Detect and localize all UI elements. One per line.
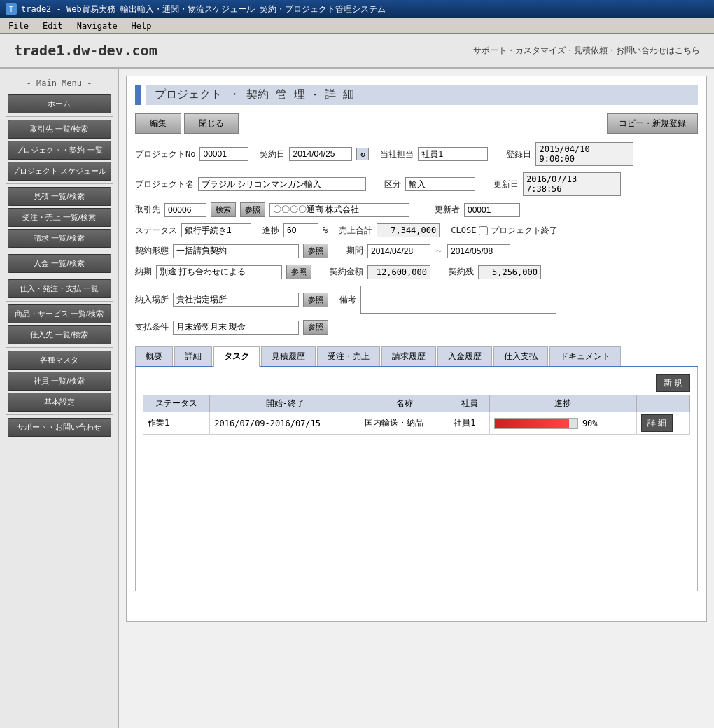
project-name-input[interactable] bbox=[198, 177, 366, 191]
menu-edit[interactable]: Edit bbox=[37, 20, 69, 32]
menu-navigate[interactable]: Navigate bbox=[71, 20, 123, 32]
tab-overview[interactable]: 概要 bbox=[135, 346, 173, 366]
partner-name-input[interactable] bbox=[270, 203, 410, 217]
sidebar-item-employee-list[interactable]: 社員 一覧/検索 bbox=[8, 372, 111, 391]
form-row-6: 納期 参照 契約金額 12,600,000 契約残 5,256,000 bbox=[135, 265, 698, 279]
progress-input[interactable] bbox=[284, 223, 318, 237]
period-to-input[interactable] bbox=[447, 244, 510, 258]
task-status: 作業1 bbox=[144, 412, 210, 435]
delivery-ref-button[interactable]: 参照 bbox=[286, 265, 312, 279]
sidebar-main-menu-label: - Main Menu - bbox=[0, 74, 118, 92]
project-no-input[interactable] bbox=[200, 147, 248, 161]
sidebar-item-sales-list[interactable]: 受注・売上 一覧/検索 bbox=[8, 208, 111, 227]
person-in-charge-input[interactable] bbox=[418, 147, 488, 161]
sidebar-item-invoice-list[interactable]: 請求 一覧/検索 bbox=[8, 229, 111, 248]
delivery-location-label: 納入場所 bbox=[135, 294, 169, 306]
contract-balance-value: 5,256,000 bbox=[478, 265, 541, 279]
contract-date-input[interactable] bbox=[289, 147, 352, 161]
delivery-location-ref-button[interactable]: 参照 bbox=[303, 293, 328, 307]
content-area: プロジェクト ・ 契約 管 理 - 詳 細 編集 閉じる コピー・新規登録 プロ… bbox=[119, 69, 714, 728]
form-row-2: プロジェクト名 区分 更新日 2016/07/13 7:38:56 bbox=[135, 172, 698, 196]
tab-payment-history[interactable]: 入金履歴 bbox=[438, 346, 492, 366]
sidebar-item-product-list[interactable]: 商品・サービス 一覧/検索 bbox=[8, 304, 111, 323]
contract-balance-label: 契約残 bbox=[449, 266, 474, 278]
remarks-label: 備考 bbox=[340, 294, 356, 306]
close-checkbox[interactable] bbox=[479, 226, 488, 235]
tab-sales[interactable]: 受注・売上 bbox=[317, 346, 380, 366]
tab-purchase-payment[interactable]: 仕入支払 bbox=[493, 346, 548, 366]
partner-ref-button[interactable]: 参照 bbox=[240, 202, 265, 217]
status-input[interactable] bbox=[181, 223, 251, 237]
form-row-5: 契約形態 参照 期間 ～ bbox=[135, 244, 698, 258]
sidebar-item-payment-list[interactable]: 入金 一覧/検索 bbox=[8, 254, 111, 273]
col-progress: 進捗 bbox=[489, 396, 636, 412]
category-input[interactable] bbox=[405, 177, 475, 191]
period-tilde: ～ bbox=[435, 245, 443, 257]
sidebar-item-master[interactable]: 各種マスタ bbox=[8, 351, 111, 370]
site-logo: trade1.dw-dev.com bbox=[14, 42, 158, 59]
col-period: 開始-終了 bbox=[210, 396, 360, 412]
close-area: CLOSE プロジェクト終了 bbox=[451, 225, 558, 237]
main-panel: プロジェクト ・ 契約 管 理 - 詳 細 編集 閉じる コピー・新規登録 プロ… bbox=[126, 76, 707, 622]
task-table-header: 新 規 bbox=[143, 374, 690, 392]
updater-input[interactable] bbox=[464, 203, 520, 217]
app-icon: T bbox=[6, 4, 17, 15]
delivery-input[interactable] bbox=[156, 265, 282, 279]
payment-terms-label: 支払条件 bbox=[135, 321, 169, 333]
close-panel-button[interactable]: 閉じる bbox=[184, 113, 239, 134]
menu-file[interactable]: File bbox=[3, 20, 34, 32]
sales-total-label: 売上合計 bbox=[339, 225, 372, 237]
sidebar-item-estimate-list[interactable]: 見積 一覧/検索 bbox=[8, 187, 111, 206]
form-row-7: 納入場所 参照 備考 bbox=[135, 286, 698, 314]
sidebar-item-home[interactable]: ホーム bbox=[8, 94, 111, 113]
period-from-input[interactable] bbox=[368, 244, 430, 258]
tab-task[interactable]: タスク bbox=[214, 346, 260, 368]
form-row-8: 支払条件 参照 bbox=[135, 320, 698, 335]
remarks-textarea[interactable] bbox=[360, 286, 556, 314]
sidebar-item-project-schedule[interactable]: プロジェクト スケジュール bbox=[8, 162, 111, 181]
sidebar-item-project-list[interactable]: プロジェクト・契約 一覧 bbox=[8, 141, 111, 160]
payment-terms-input[interactable] bbox=[173, 321, 299, 335]
period-label: 期間 bbox=[346, 245, 363, 257]
sidebar-item-purchase-list[interactable]: 仕入・発注・支払 一覧 bbox=[8, 279, 111, 298]
title-bar: T trade2 - Web貿易実務 輸出輸入・通関・物流スケジュール 契約・プ… bbox=[0, 0, 714, 18]
task-detail-button[interactable]: 詳 細 bbox=[641, 414, 673, 432]
sidebar-item-supplier-list[interactable]: 仕入先 一覧/検索 bbox=[8, 326, 111, 344]
progress-bar bbox=[495, 419, 569, 428]
sidebar-item-settings[interactable]: 基本設定 bbox=[8, 393, 111, 412]
update-date-label: 更新日 bbox=[493, 178, 519, 190]
panel-title-accent bbox=[135, 85, 141, 105]
table-row: 作業1 2016/07/09-2016/07/15 国内輸送・納品 社員1 bbox=[144, 412, 690, 435]
partner-search-button[interactable]: 検索 bbox=[211, 202, 236, 217]
sidebar-item-support[interactable]: サポート・お問い合わせ bbox=[8, 418, 111, 437]
contract-type-input[interactable] bbox=[173, 244, 299, 258]
delivery-location-input[interactable] bbox=[173, 293, 299, 307]
new-task-button[interactable]: 新 規 bbox=[656, 374, 690, 392]
main-layout: - Main Menu - ホーム 取引先 一覧/検索 プロジェクト・契約 一覧… bbox=[0, 69, 714, 728]
form-row-3: 取引先 検索 参照 更新者 bbox=[135, 202, 698, 217]
payment-terms-ref-button[interactable]: 参照 bbox=[303, 320, 328, 335]
project-no-label: プロジェクトNo bbox=[135, 148, 195, 160]
tab-document[interactable]: ドキュメント bbox=[550, 346, 621, 366]
sales-total-value: 7,344,000 bbox=[377, 223, 440, 237]
toolbar-left: 編集 閉じる bbox=[135, 113, 239, 134]
sidebar-item-customer-list[interactable]: 取引先 一覧/検索 bbox=[8, 120, 111, 139]
tab-invoice-history[interactable]: 請求履歴 bbox=[382, 346, 436, 366]
edit-button[interactable]: 編集 bbox=[135, 113, 181, 134]
copy-new-button[interactable]: コピー・新規登録 bbox=[607, 113, 698, 134]
support-link[interactable]: サポート・カスタマイズ・見積依頼・お問い合わせはこちら bbox=[473, 45, 700, 57]
header: trade1.dw-dev.com サポート・カスタマイズ・見積依頼・お問い合わ… bbox=[0, 34, 714, 69]
tab-detail[interactable]: 詳細 bbox=[174, 346, 212, 366]
menu-help[interactable]: Help bbox=[126, 20, 158, 32]
progress-percent: 90% bbox=[582, 419, 598, 428]
tab-estimate-history[interactable]: 見積履歴 bbox=[261, 346, 316, 366]
updater-label: 更新者 bbox=[435, 204, 460, 216]
contract-type-label: 契約形態 bbox=[135, 245, 169, 257]
task-employee: 社員1 bbox=[449, 412, 490, 435]
refresh-icon[interactable]: ↻ bbox=[356, 148, 369, 160]
menu-bar: File Edit Navigate Help bbox=[0, 18, 714, 34]
partner-code-input[interactable] bbox=[164, 203, 206, 217]
app-title: trade2 - Web貿易実務 輸出輸入・通関・物流スケジュール 契約・プロジ… bbox=[21, 4, 386, 15]
category-label: 区分 bbox=[384, 178, 401, 190]
contract-type-ref-button[interactable]: 参照 bbox=[303, 244, 328, 258]
